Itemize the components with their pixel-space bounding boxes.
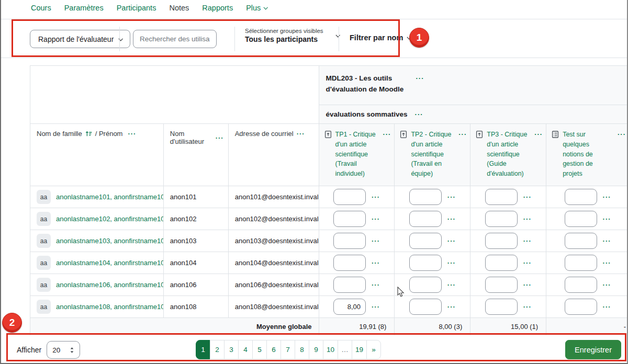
grade-input[interactable]	[485, 211, 518, 227]
grade-input[interactable]	[409, 255, 442, 271]
activity-link[interactable]: TP3 - Critique d'un article scientifique…	[487, 130, 531, 186]
grade-menu-icon[interactable]: ···	[447, 303, 456, 310]
grade-input[interactable]	[409, 233, 442, 249]
grade-menu-icon[interactable]: ···	[372, 194, 380, 200]
grade-input[interactable]	[485, 277, 518, 293]
user-profile-link[interactable]: anonlastname106, anonfirstname106	[56, 281, 164, 289]
sort-asc-icon[interactable]	[85, 130, 92, 137]
user-profile-link[interactable]: anonlastname108, anonfirstname108	[56, 303, 164, 311]
grade-input[interactable]	[485, 299, 518, 315]
grade-menu-icon[interactable]: ···	[523, 194, 532, 200]
category-header-cell: évaluations sommatives ···	[319, 105, 628, 124]
nav-item-rapports[interactable]: Rapports	[202, 4, 233, 12]
grade-menu-icon[interactable]: ···	[372, 215, 380, 222]
nav-item-parametres[interactable]: Paramètres	[64, 4, 104, 12]
grade-menu-icon[interactable]: ···	[447, 194, 456, 200]
grade-menu-icon[interactable]: ···	[372, 303, 380, 310]
grade-menu-icon[interactable]: ···	[523, 215, 532, 222]
page-button-19[interactable]: 19	[352, 340, 367, 359]
grade-menu-icon[interactable]: ···	[523, 303, 532, 310]
page-next-button[interactable]: »	[366, 340, 381, 359]
username-cell: anon106	[164, 274, 229, 295]
user-profile-link[interactable]: anonlastname102, anonfirstname102	[56, 215, 164, 223]
activity-link[interactable]: Test sur quelques notions de gestion de …	[563, 130, 608, 186]
grade-input[interactable]	[409, 189, 442, 205]
grade-input[interactable]	[485, 233, 518, 249]
page-button-1[interactable]: 1	[196, 340, 210, 359]
grade-menu-icon[interactable]: ···	[603, 281, 611, 288]
page-button-5[interactable]: 5	[252, 340, 267, 359]
category-menu-icon[interactable]: ···	[415, 111, 423, 118]
grade-input[interactable]	[565, 211, 597, 227]
save-button[interactable]: Enregistrer	[565, 340, 621, 359]
page-size-select[interactable]: 20	[47, 341, 80, 359]
grade-input[interactable]	[565, 255, 597, 271]
grade-input[interactable]	[333, 211, 366, 227]
grade-input[interactable]	[333, 233, 366, 249]
report-selector-dropdown[interactable]: Rapport de l'évaluateur	[30, 30, 130, 48]
grade-menu-icon[interactable]: ···	[523, 281, 532, 288]
user-profile-link[interactable]: anonlastname104, anonfirstname104	[56, 259, 164, 267]
nav-item-plus[interactable]: Plus	[246, 4, 267, 12]
grade-input[interactable]	[333, 277, 366, 293]
grade-menu-icon[interactable]: ···	[523, 259, 532, 266]
grade-input[interactable]	[333, 299, 366, 315]
page-button-7[interactable]: 7	[281, 340, 295, 359]
activity-menu-icon[interactable]: ···	[534, 131, 543, 186]
grade-menu-icon[interactable]: ···	[447, 259, 456, 266]
grade-menu-icon[interactable]: ···	[523, 237, 532, 244]
email-cell: anon103@doesntexist.invalid	[229, 230, 319, 252]
page-button-4[interactable]: 4	[238, 340, 253, 359]
nav-item-cours[interactable]: Cours	[31, 4, 51, 12]
grade-menu-icon[interactable]: ···	[603, 237, 611, 244]
avatar: aa	[37, 212, 51, 226]
activity-menu-icon[interactable]: ···	[383, 131, 391, 186]
course-menu-icon[interactable]: ···	[416, 75, 424, 105]
grade-menu-icon[interactable]: ···	[603, 259, 611, 266]
filter-by-name-dropdown[interactable]: Filtrer par nom	[350, 33, 410, 42]
activity-menu-icon[interactable]: ···	[458, 131, 467, 186]
grade-menu-icon[interactable]: ···	[447, 281, 456, 288]
grade-input[interactable]	[333, 255, 366, 271]
grade-menu-icon[interactable]: ···	[447, 237, 456, 244]
grade-menu-icon[interactable]: ···	[372, 281, 380, 288]
username-column-menu-icon[interactable]: ···	[216, 134, 224, 141]
activity-link[interactable]: TP1 - Critique d'un article scientifique…	[335, 130, 379, 186]
grade-menu-icon[interactable]: ···	[372, 259, 380, 266]
grade-menu-icon[interactable]: ···	[447, 215, 456, 222]
grade-input[interactable]	[565, 277, 597, 293]
search-users-input[interactable]	[133, 30, 217, 48]
grade-menu-icon[interactable]: ···	[372, 237, 380, 244]
name-column-header: Nom de famille / Prénom ···	[30, 124, 164, 186]
grade-input[interactable]	[565, 233, 597, 249]
nav-item-notes[interactable]: Notes	[169, 4, 189, 12]
grade-menu-icon[interactable]: ···	[603, 194, 611, 200]
stepper-arrows-icon	[70, 347, 74, 354]
grade-input[interactable]	[409, 211, 442, 227]
grade-input[interactable]	[485, 189, 518, 205]
grade-menu-icon[interactable]: ···	[603, 215, 611, 222]
activity-menu-icon[interactable]: ···	[618, 131, 626, 186]
user-profile-link[interactable]: anonlastname103, anonfirstname103	[56, 237, 164, 245]
grade-input[interactable]	[409, 277, 442, 293]
activity-link[interactable]: TP2 - Critique d'un article scientifique…	[411, 130, 455, 186]
page-button-2[interactable]: 2	[210, 340, 225, 359]
page-button-10[interactable]: 10	[323, 340, 338, 359]
page-button-6[interactable]: 6	[266, 340, 281, 359]
email-column-menu-icon[interactable]: ···	[297, 130, 305, 137]
page-button-9[interactable]: 9	[309, 340, 323, 359]
page-button-3[interactable]: 3	[224, 340, 239, 359]
nav-item-participants[interactable]: Participants	[117, 4, 156, 12]
name-column-menu-icon[interactable]: ···	[128, 130, 136, 137]
page-button-8[interactable]: 8	[295, 340, 309, 359]
grade-input[interactable]	[565, 299, 597, 315]
grade-menu-icon[interactable]: ···	[603, 303, 611, 310]
visible-groups-dropdown[interactable]: Sélectionner groupes visibles Tous les p…	[245, 28, 339, 43]
user-profile-link[interactable]: anonlastname101, anonfirstname101	[56, 193, 164, 201]
grade-input[interactable]	[485, 255, 518, 271]
assignment-icon	[324, 130, 332, 139]
average-value: 15,00 (1)	[470, 318, 546, 335]
grade-input[interactable]	[565, 189, 597, 205]
grade-input[interactable]	[333, 189, 366, 205]
grade-input[interactable]	[409, 299, 442, 315]
